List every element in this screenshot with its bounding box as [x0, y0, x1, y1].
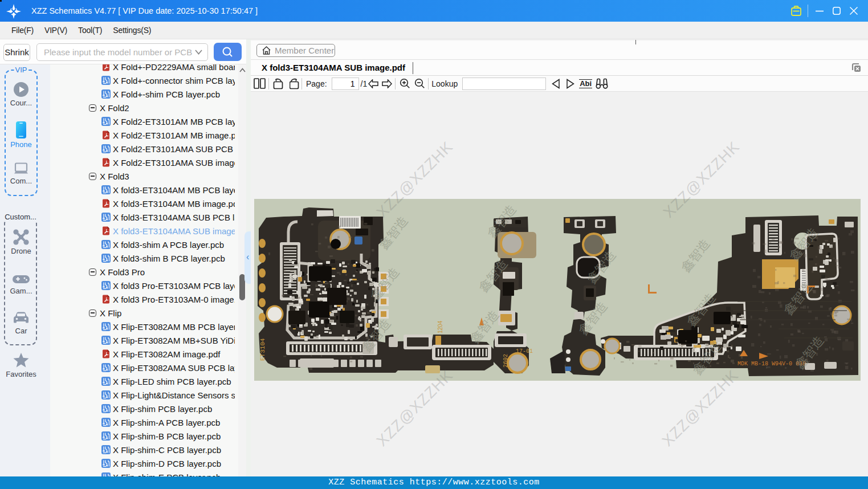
svg-text:1204: 1204: [437, 320, 443, 333]
svg-text:2602: 2602: [503, 354, 509, 368]
svg-text:ET3104: ET3104: [259, 338, 266, 361]
svg-text:17-01: 17-01: [516, 348, 533, 354]
